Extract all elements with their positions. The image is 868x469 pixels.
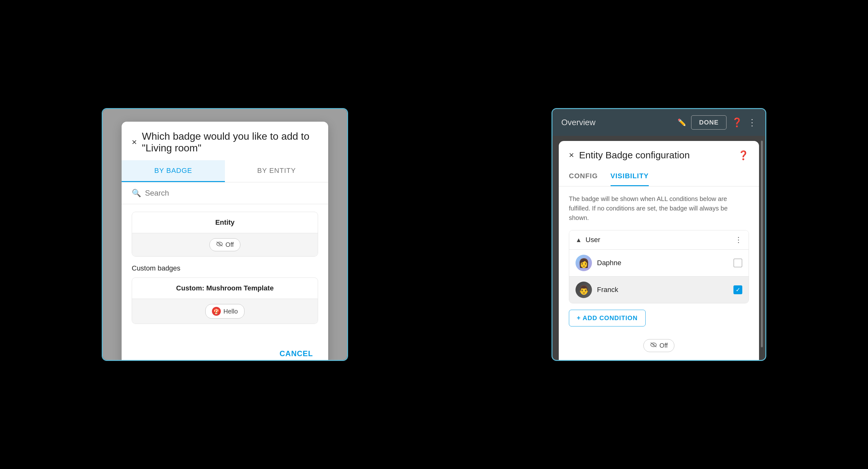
badge-list: Entity Off [122, 204, 328, 339]
left-dialog-footer: CANCEL [122, 339, 328, 361]
left-tabs: BY BADGE BY ENTITY [122, 160, 328, 182]
cancel-button[interactable]: CANCEL [275, 346, 318, 361]
tab-config[interactable]: CONFIG [569, 167, 598, 186]
help-icon-topbar[interactable]: ❓ [732, 117, 743, 128]
off-eye-icon [650, 342, 657, 349]
entity-badge-header: Entity [132, 212, 318, 233]
off-badge-pill[interactable]: Off [210, 238, 240, 251]
right-panel-wrapper: Overview ✏️ DONE ❓ ⋮ × Entity Badge conf… [552, 108, 766, 361]
avatar-franck-face: 👨 [578, 285, 589, 295]
pencil-icon[interactable]: ✏️ [678, 118, 686, 127]
tab-by-entity[interactable]: BY ENTITY [225, 160, 328, 182]
config-tabs: CONFIG VISIBILITY [559, 167, 759, 186]
avatar-daphne: 👩 [576, 255, 592, 271]
add-condition-button[interactable]: + ADD CONDITION [569, 310, 646, 326]
condition-header: ▲ User ⋮ [569, 230, 749, 250]
tab-by-badge[interactable]: BY BADGE [122, 160, 225, 182]
condition-title: User [586, 236, 731, 244]
done-button[interactable]: DONE [691, 115, 726, 129]
search-bar: 🔍 [122, 182, 328, 204]
right-panel-bg: Overview ✏️ DONE ❓ ⋮ × Entity Badge conf… [553, 109, 765, 360]
condition-more-icon[interactable]: ⋮ [735, 235, 742, 244]
search-input[interactable] [145, 189, 318, 198]
visibility-description: The badge will be shown when ALL conditi… [569, 194, 749, 223]
eye-off-icon [216, 241, 223, 248]
entity-badge-card: Entity Off [132, 212, 318, 257]
right-dialog-header: × Entity Badge configuration ❓ [559, 141, 759, 167]
user-row-franck[interactable]: 👨 Franck ✓ [569, 276, 749, 303]
checkbox-franck[interactable]: ✓ [734, 285, 742, 294]
top-bar-title: Overview [561, 118, 673, 127]
avatar-daphne-face: 👩 [578, 258, 589, 268]
custom-section-label: Custom badges [132, 264, 318, 272]
hello-badge-pill[interactable]: 🍄 Hello [205, 304, 245, 319]
left-panel-wrapper: × Which badge would you like to add to "… [102, 108, 348, 361]
user-name-franck: Franck [597, 286, 728, 294]
chevron-icon[interactable]: ▲ [576, 236, 582, 244]
right-dialog: × Entity Badge configuration ❓ CONFIG VI… [559, 141, 759, 361]
help-circle-icon[interactable]: ❓ [738, 150, 749, 160]
search-icon: 🔍 [132, 189, 141, 198]
off-toggle-label: Off [659, 342, 668, 349]
mushroom-badge-header: Custom: Mushroom Template [132, 278, 318, 299]
user-name-daphne: Daphne [597, 259, 728, 267]
right-close-icon[interactable]: × [569, 150, 574, 160]
avatar-franck: 👨 [576, 282, 592, 298]
entity-badge-body: Off [132, 233, 318, 256]
off-badge-label: Off [225, 241, 234, 248]
user-row-daphne[interactable]: 👩 Daphne [569, 250, 749, 276]
more-icon[interactable]: ⋮ [748, 117, 756, 128]
mushroom-icon: 🍄 [212, 307, 221, 316]
mushroom-badge-card: Custom: Mushroom Template 🍄 Hello [132, 277, 318, 324]
visibility-content: The badge will be shown when ALL conditi… [559, 186, 759, 361]
checkbox-daphne[interactable] [734, 259, 742, 267]
left-dialog-title: Which badge would you like to add to "Li… [142, 130, 318, 154]
condition-card: ▲ User ⋮ 👩 Daphne [569, 230, 749, 303]
scrollbar[interactable] [761, 141, 763, 347]
left-dialog: × Which badge would you like to add to "… [122, 122, 328, 361]
off-toggle-pill[interactable]: Off [644, 339, 674, 352]
mushroom-badge-body: 🍄 Hello [132, 299, 318, 324]
hello-badge-label: Hello [223, 308, 238, 315]
left-dialog-header: × Which badge would you like to add to "… [122, 122, 328, 160]
right-dialog-title: Entity Badge configuration [579, 150, 733, 160]
tab-visibility[interactable]: VISIBILITY [611, 167, 649, 186]
top-bar: Overview ✏️ DONE ❓ ⋮ [553, 109, 765, 136]
off-toggle-area: Off [569, 334, 749, 357]
close-icon[interactable]: × [132, 137, 137, 147]
